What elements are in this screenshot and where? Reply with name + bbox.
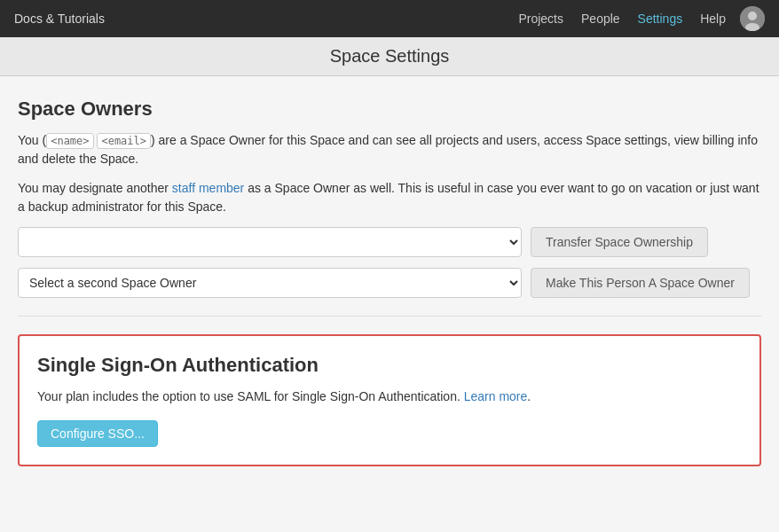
second-owner-select[interactable]: Select a second Space Owner — [18, 268, 522, 298]
main-content: Space Owners You (<name> <email>) are a … — [0, 76, 779, 532]
section-divider — [18, 316, 761, 317]
space-owners-heading: Space Owners — [18, 98, 761, 121]
name-tag: <name> — [46, 133, 93, 149]
staff-member-link[interactable]: staff member — [172, 181, 244, 195]
nav-links: Projects People Settings Help — [518, 12, 726, 26]
transfer-ownership-select[interactable] — [18, 227, 522, 257]
sso-section: Single Sign-On Authentication Your plan … — [18, 334, 761, 466]
space-owners-section: Space Owners You (<name> <email>) are a … — [18, 98, 761, 298]
email-tag: <email> — [97, 133, 151, 149]
space-owners-description-1: You (<name> <email>) are a Space Owner f… — [18, 131, 761, 168]
nav-settings[interactable]: Settings — [638, 12, 683, 26]
top-navigation: Docs & Tutorials Projects People Setting… — [0, 0, 779, 37]
nav-people[interactable]: People — [581, 12, 620, 26]
page-title: Space Settings — [330, 46, 450, 66]
configure-sso-button[interactable]: Configure SSO... — [37, 420, 158, 447]
nav-help[interactable]: Help — [700, 12, 726, 26]
brand-label: Docs & Tutorials — [14, 12, 105, 26]
transfer-ownership-button[interactable]: Transfer Space Ownership — [531, 227, 708, 257]
space-owners-description-2: You may designate another staff member a… — [18, 179, 761, 216]
sso-description: Your plan includes the option to use SAM… — [37, 387, 742, 406]
page-title-bar: Space Settings — [0, 37, 779, 76]
transfer-ownership-row: Transfer Space Ownership — [18, 227, 761, 257]
learn-more-link[interactable]: Learn more — [464, 389, 528, 403]
avatar-icon — [740, 6, 765, 31]
avatar[interactable] — [740, 6, 765, 31]
svg-point-1 — [748, 12, 757, 20]
sso-heading: Single Sign-On Authentication — [37, 354, 742, 377]
make-owner-button[interactable]: Make This Person A Space Owner — [531, 268, 750, 298]
second-owner-row: Select a second Space Owner Make This Pe… — [18, 268, 761, 298]
nav-projects[interactable]: Projects — [518, 12, 563, 26]
